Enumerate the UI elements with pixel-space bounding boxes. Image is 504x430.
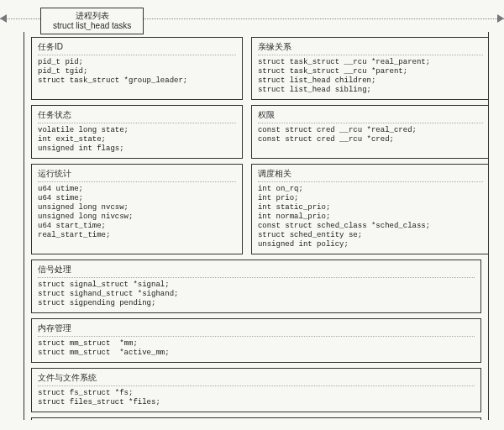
box-code: int on_rq; int prio; int static_prio; in…: [258, 185, 483, 249]
box-code: struct task_struct __rcu *real_parent; s…: [258, 58, 483, 95]
box-task-id: 任务ID pid_t pid; pid_t tgid; struct task_…: [31, 37, 243, 100]
box-title: 文件与文件系统: [38, 372, 475, 386]
box-title: 任务状态: [38, 109, 236, 123]
row-7: 内核栈 struct thread_info thread_info; void…: [31, 417, 481, 420]
box-kinship: 亲缘关系 struct task_struct __rcu *real_pare…: [251, 37, 489, 100]
row-3: 运行统计 u64 utime; u64 stime; unsigned long…: [31, 164, 481, 254]
box-title: 任务ID: [38, 41, 236, 55]
diagram-root: 进程列表 struct list_head tasks 任务ID pid_t p…: [0, 0, 504, 430]
row-1: 任务ID pid_t pid; pid_t tgid; struct task_…: [31, 37, 481, 100]
box-code: volatile long state; int exit_state; uns…: [38, 126, 236, 154]
box-kstack: 内核栈 struct thread_info thread_info; void…: [31, 417, 481, 420]
row-2: 任务状态 volatile long state; int exit_state…: [31, 105, 481, 159]
box-cred: 权限 const struct cred __rcu *real_cred; c…: [251, 105, 489, 159]
header-title-code: struct list_head tasks: [53, 21, 131, 31]
box-sched: 调度相关 int on_rq; int prio; int static_pri…: [251, 164, 489, 254]
box-title: 亲缘关系: [258, 41, 483, 55]
box-title: 调度相关: [258, 168, 483, 182]
box-signal: 信号处理 struct signal_struct *signal; struc…: [31, 260, 481, 313]
row-5: 内存管理 struct mm_struct *mm; struct mm_str…: [31, 318, 481, 363]
list-arrow-right-icon: [497, 14, 504, 23]
row-4: 信号处理 struct signal_struct *signal; struc…: [31, 260, 481, 313]
header-box: 进程列表 struct list_head tasks: [40, 8, 144, 34]
box-title: 内存管理: [38, 322, 475, 337]
box-title: 权限: [258, 109, 483, 123]
struct-body: 任务ID pid_t pid; pid_t tgid; struct task_…: [24, 32, 489, 420]
row-6: 文件与文件系统 struct fs_struct *fs; struct fil…: [31, 368, 481, 412]
box-title: 运行统计: [38, 168, 236, 182]
box-stats: 运行统计 u64 utime; u64 stime; unsigned long…: [31, 164, 243, 254]
list-arrow-left-icon: [0, 14, 7, 23]
box-code: struct mm_struct *mm; struct mm_struct *…: [38, 339, 475, 358]
box-code: const struct cred __rcu *real_cred; cons…: [258, 126, 483, 144]
box-code: struct fs_struct *fs; struct files_struc…: [38, 389, 475, 407]
box-title: 信号处理: [38, 264, 475, 278]
box-fs: 文件与文件系统 struct fs_struct *fs; struct fil…: [31, 368, 481, 412]
box-code: struct signal_struct *signal; struct sig…: [38, 281, 475, 308]
box-mm: 内存管理 struct mm_struct *mm; struct mm_str…: [31, 318, 481, 363]
box-code: u64 utime; u64 stime; unsigned long nvcs…: [38, 185, 236, 240]
header-title-cn: 进程列表: [53, 11, 131, 21]
box-code: pid_t pid; pid_t tgid; struct task_struc…: [38, 58, 236, 86]
box-task-state: 任务状态 volatile long state; int exit_state…: [31, 105, 243, 159]
